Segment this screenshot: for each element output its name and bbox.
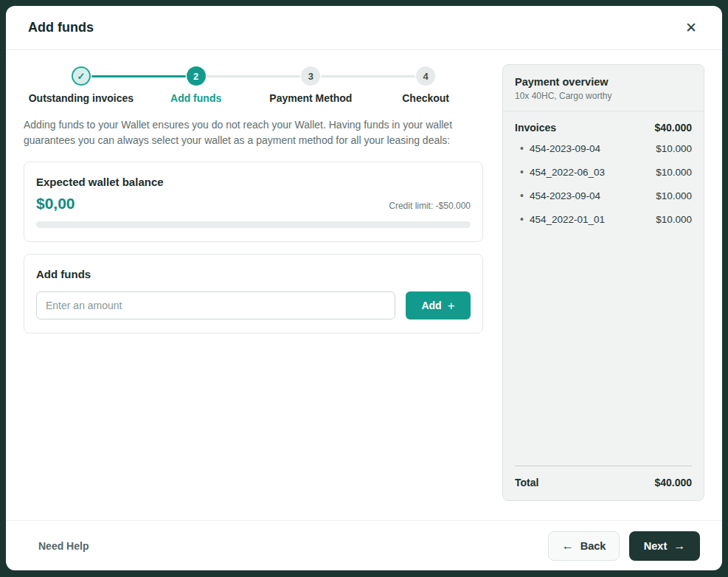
invoice-row: •454-2023-09-04 $10.000	[515, 137, 692, 160]
payment-overview-body: Invoices $40.000 •454-2023-09-04 $10.000…	[503, 111, 704, 466]
stepper-connector	[321, 75, 415, 77]
invoice-id: •454-2023-09-04	[515, 190, 600, 201]
modal-content: ✓ Outstanding invoices 2 Add funds 3 Pay…	[6, 50, 722, 520]
add-button-label: Add	[421, 300, 441, 311]
bullet-icon: •	[520, 190, 524, 201]
step-checkout[interactable]: 4 Checkout	[368, 66, 483, 104]
total-amount: $40.000	[654, 477, 692, 488]
amount-input[interactable]	[36, 291, 395, 319]
invoice-amount: $10.000	[656, 143, 692, 154]
arrow-left-icon: ←	[562, 539, 574, 553]
invoices-total: $40.000	[654, 122, 692, 134]
payment-overview-subtitle: 10x 40HC, Cargo worthy	[515, 91, 692, 101]
bullet-icon: •	[520, 166, 524, 178]
next-button[interactable]: Next →	[629, 531, 700, 561]
payment-overview-panel: Payment overview 10x 40HC, Cargo worthy …	[502, 64, 704, 501]
invoice-amount: $10.000	[656, 214, 692, 225]
step-label: Payment Method	[269, 92, 352, 104]
step-check-icon: ✓	[72, 66, 91, 86]
add-funds-row: Add +	[36, 291, 471, 319]
invoice-amount: $10.000	[656, 190, 692, 201]
modal-header: Add funds ✕	[6, 6, 722, 50]
total-label: Total	[515, 477, 538, 488]
step-label: Add funds	[170, 92, 221, 104]
next-button-label: Next	[644, 540, 667, 552]
balance-row: $0,00 Credit limit: -$50.000	[36, 195, 471, 213]
add-funds-card-title: Add funds	[36, 268, 471, 280]
step-number: 2	[187, 66, 206, 86]
back-button-label: Back	[580, 540, 606, 552]
close-icon[interactable]: ✕	[682, 18, 700, 38]
step-add-funds[interactable]: 2 Add funds	[139, 66, 254, 104]
invoice-amount: $10.000	[656, 167, 692, 178]
modal-footer: Need Help ← Back Next →	[6, 520, 722, 570]
bullet-icon: •	[520, 142, 524, 154]
stepper-connector	[91, 75, 186, 77]
invoice-id: •454_2022-01_01	[515, 213, 605, 225]
wallet-balance-card: Expected wallet balance $0,00 Credit lim…	[24, 162, 483, 242]
step-payment-method[interactable]: 3 Payment Method	[254, 66, 369, 104]
invoice-row: •454_2022-01_01 $10.000	[515, 207, 692, 231]
credit-limit-label: Credit limit: -$50.000	[389, 201, 471, 213]
back-button[interactable]: ← Back	[548, 531, 620, 561]
invoice-id: •454-2023-09-04	[515, 142, 600, 154]
arrow-right-icon: →	[673, 539, 685, 553]
step-label: Checkout	[402, 92, 449, 104]
add-funds-card: Add funds Add +	[24, 254, 483, 334]
step-outstanding-invoices[interactable]: ✓ Outstanding invoices	[24, 66, 139, 104]
main-column: ✓ Outstanding invoices 2 Add funds 3 Pay…	[24, 63, 483, 520]
invoices-label: Invoices	[515, 122, 556, 134]
add-button[interactable]: Add +	[406, 291, 471, 319]
step-number: 4	[416, 66, 435, 86]
invoice-id: •454_2022-06_03	[515, 166, 605, 178]
step-number: 3	[301, 66, 320, 86]
balance-card-title: Expected wallet balance	[36, 176, 471, 188]
total-row: Total $40.000	[503, 466, 704, 500]
page-title: Add funds	[28, 20, 94, 35]
plus-icon: +	[448, 300, 455, 312]
intro-text: Adding funds to your Wallet ensures you …	[24, 117, 483, 148]
invoices-header-row: Invoices $40.000	[515, 122, 692, 134]
need-help-link[interactable]: Need Help	[38, 540, 89, 552]
wallet-balance-amount: $0,00	[36, 195, 75, 213]
bullet-icon: •	[520, 213, 524, 225]
balance-progress-bar	[36, 221, 471, 228]
step-label: Outstanding invoices	[29, 92, 134, 104]
invoice-row: •454-2023-09-04 $10.000	[515, 184, 692, 207]
wizard-stepper: ✓ Outstanding invoices 2 Add funds 3 Pay…	[24, 66, 483, 104]
invoice-row: •454_2022-06_03 $10.000	[515, 160, 692, 184]
payment-overview-title: Payment overview	[515, 76, 692, 88]
stepper-connector	[207, 75, 301, 77]
payment-overview-header: Payment overview 10x 40HC, Cargo worthy	[503, 65, 704, 111]
add-funds-modal: Add funds ✕ ✓ Outstanding invoices 2 Add…	[6, 6, 722, 570]
